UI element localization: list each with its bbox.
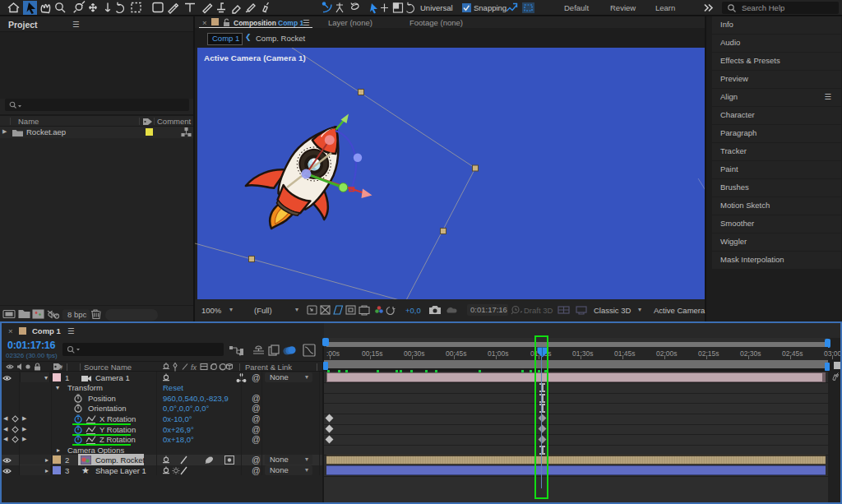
svg-text:fx: fx — [191, 363, 197, 372]
svg-text:8 bpc: 8 bpc — [67, 310, 86, 319]
